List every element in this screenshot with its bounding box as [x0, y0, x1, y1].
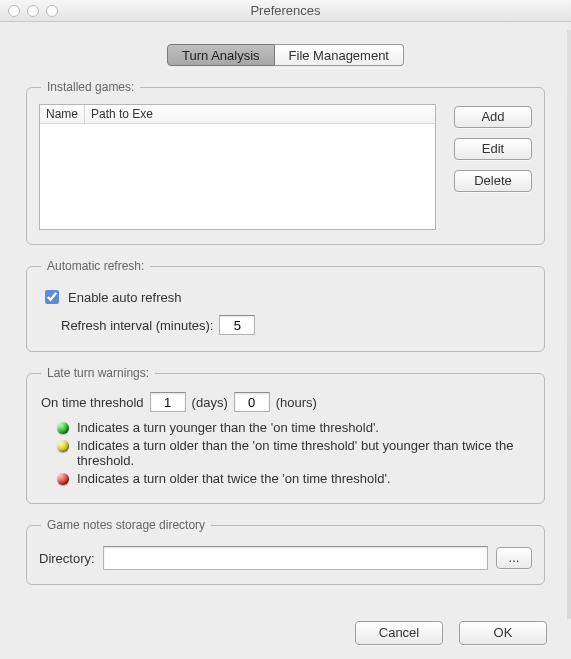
- tab-turn-analysis[interactable]: Turn Analysis: [167, 44, 275, 66]
- preferences-window: Preferences Turn Analysis File Managemen…: [0, 0, 571, 659]
- group-label: Game notes storage directory: [41, 518, 211, 532]
- refresh-interval-label: Refresh interval (minutes):: [61, 318, 213, 333]
- group-installed-games: Installed games: Name Path to Exe Add Ed…: [26, 80, 545, 245]
- group-notes-directory: Game notes storage directory Directory: …: [26, 518, 545, 585]
- threshold-label: On time threshold: [41, 395, 144, 410]
- status-red-icon: [57, 473, 69, 485]
- group-label: Automatic refresh:: [41, 259, 150, 273]
- col-header-path[interactable]: Path to Exe: [85, 105, 435, 123]
- ok-button[interactable]: OK: [459, 621, 547, 645]
- refresh-interval-input[interactable]: [219, 315, 255, 335]
- tab-file-management[interactable]: File Management: [275, 44, 404, 66]
- threshold-hours-input[interactable]: [234, 392, 270, 412]
- table-header: Name Path to Exe: [40, 105, 435, 124]
- enable-auto-refresh-checkbox[interactable]: [45, 290, 59, 304]
- col-header-name[interactable]: Name: [40, 105, 85, 123]
- browse-button[interactable]: ...: [496, 547, 532, 569]
- legend-yellow-text: Indicates a turn older than the 'on time…: [77, 438, 532, 468]
- group-late-turn-warnings: Late turn warnings: On time threshold (d…: [26, 366, 545, 504]
- installed-games-table[interactable]: Name Path to Exe: [39, 104, 436, 230]
- directory-input[interactable]: [103, 546, 488, 570]
- tab-bar: Turn Analysis File Management: [20, 44, 551, 68]
- threshold-days-input[interactable]: [150, 392, 186, 412]
- edit-button[interactable]: Edit: [454, 138, 532, 160]
- add-button[interactable]: Add: [454, 106, 532, 128]
- enable-auto-refresh-label: Enable auto refresh: [68, 290, 181, 305]
- cancel-button[interactable]: Cancel: [355, 621, 443, 645]
- threshold-hours-label: (hours): [276, 395, 317, 410]
- group-automatic-refresh: Automatic refresh: Enable auto refresh R…: [26, 259, 545, 352]
- titlebar: Preferences: [0, 0, 571, 22]
- legend-green-row: Indicates a turn younger than the 'on ti…: [57, 420, 532, 435]
- legend-red-text: Indicates a turn older that twice the 'o…: [77, 471, 391, 486]
- directory-label: Directory:: [39, 551, 95, 566]
- group-label: Late turn warnings:: [41, 366, 155, 380]
- window-edge: [567, 30, 571, 619]
- delete-button[interactable]: Delete: [454, 170, 532, 192]
- threshold-days-label: (days): [192, 395, 228, 410]
- legend-red-row: Indicates a turn older that twice the 'o…: [57, 471, 532, 486]
- dialog-buttons: Cancel OK: [355, 621, 547, 645]
- window-title: Preferences: [0, 3, 571, 18]
- content-area: Turn Analysis File Management Installed …: [0, 22, 571, 659]
- status-green-icon: [57, 422, 69, 434]
- status-yellow-icon: [57, 440, 69, 452]
- legend-green-text: Indicates a turn younger than the 'on ti…: [77, 420, 379, 435]
- group-label: Installed games:: [41, 80, 140, 94]
- table-body[interactable]: [40, 124, 435, 230]
- legend-yellow-row: Indicates a turn older than the 'on time…: [57, 438, 532, 468]
